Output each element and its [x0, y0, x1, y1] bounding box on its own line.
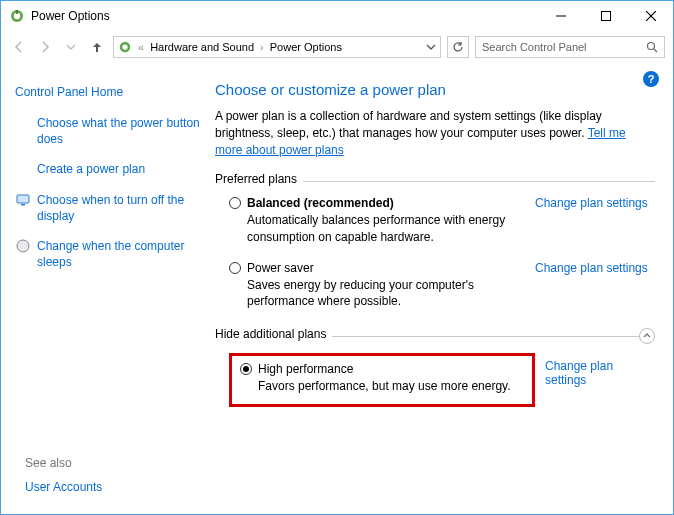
sidebar: Control Panel Home Choose what the power… — [15, 71, 215, 514]
breadcrumb-box[interactable]: « Hardware and Sound › Power Options — [113, 36, 441, 58]
change-settings-powersaver[interactable]: Change plan settings — [535, 261, 648, 275]
address-bar: « Hardware and Sound › Power Options Sea… — [1, 31, 673, 63]
svg-line-10 — [654, 49, 657, 52]
sidebar-item-turn-off-display[interactable]: Choose when to turn off the display — [37, 192, 207, 224]
chevron-right-icon: › — [260, 41, 264, 53]
plan-powersaver-name[interactable]: Power saver — [247, 261, 535, 275]
change-settings-balanced[interactable]: Change plan settings — [535, 196, 648, 210]
search-icon — [646, 41, 658, 53]
svg-point-8 — [122, 44, 127, 49]
plan-balanced: Balanced (recommended) Automatically bal… — [215, 192, 655, 256]
page-heading: Choose or customize a power plan — [215, 81, 655, 98]
breadcrumb-dropdown[interactable] — [426, 42, 436, 52]
plan-powersaver-desc: Saves energy by reducing your computer's… — [247, 277, 535, 309]
svg-rect-11 — [17, 195, 29, 203]
plan-balanced-desc: Automatically balances performance with … — [247, 212, 535, 244]
svg-rect-12 — [21, 204, 25, 206]
plan-highperf-desc: Favors performance, but may use more ene… — [258, 378, 524, 394]
help-button[interactable]: ? — [643, 71, 659, 87]
page-description: A power plan is a collection of hardware… — [215, 108, 655, 158]
maximize-button[interactable] — [583, 1, 628, 31]
change-settings-highperf[interactable]: Change plan settings — [545, 359, 613, 387]
see-also: See also User Accounts — [25, 456, 102, 494]
radio-highperf[interactable] — [240, 363, 252, 375]
close-button[interactable] — [628, 1, 673, 31]
minimize-button[interactable] — [538, 1, 583, 31]
blank-icon — [15, 115, 31, 131]
collapse-button[interactable] — [639, 328, 655, 344]
power-options-icon — [118, 40, 132, 54]
plan-highperf-row: High performance Favors performance, but… — [215, 347, 655, 419]
refresh-button[interactable] — [447, 36, 469, 58]
titlebar: Power Options — [1, 1, 673, 31]
breadcrumb-hardware[interactable]: Hardware and Sound — [150, 41, 254, 53]
search-placeholder: Search Control Panel — [482, 41, 646, 53]
svg-point-13 — [17, 240, 29, 252]
power-options-icon — [9, 8, 25, 24]
back-button[interactable] — [9, 37, 29, 57]
plan-balanced-name[interactable]: Balanced (recommended) — [247, 196, 535, 210]
plan-highperf-name[interactable]: High performance — [258, 362, 524, 376]
sidebar-item-create-plan[interactable]: Create a power plan — [37, 161, 145, 177]
plan-powersaver: Power saver Saves energy by reducing you… — [215, 257, 655, 321]
control-panel-home-link[interactable]: Control Panel Home — [15, 85, 207, 99]
moon-icon — [15, 238, 31, 254]
svg-point-9 — [648, 43, 655, 50]
see-also-label: See also — [25, 456, 102, 470]
breadcrumb-sep: « — [138, 41, 144, 53]
svg-rect-4 — [601, 12, 610, 21]
svg-rect-2 — [16, 10, 17, 14]
up-button[interactable] — [87, 37, 107, 57]
radio-balanced[interactable] — [229, 197, 241, 209]
forward-button[interactable] — [35, 37, 55, 57]
preferred-plans-label: Preferred plans — [215, 172, 303, 186]
blank-icon — [15, 161, 31, 177]
hide-additional-label[interactable]: Hide additional plans — [215, 327, 332, 341]
sidebar-item-sleep[interactable]: Change when the computer sleeps — [37, 238, 207, 270]
search-input[interactable]: Search Control Panel — [475, 36, 665, 58]
user-accounts-link[interactable]: User Accounts — [25, 480, 102, 494]
sidebar-item-power-button[interactable]: Choose what the power button does — [37, 115, 207, 147]
breadcrumb-power[interactable]: Power Options — [270, 41, 342, 53]
main-panel: Choose or customize a power plan A power… — [215, 71, 659, 514]
radio-powersaver[interactable] — [229, 262, 241, 274]
description-text: A power plan is a collection of hardware… — [215, 109, 602, 140]
recent-dropdown[interactable] — [61, 37, 81, 57]
window-title: Power Options — [31, 9, 538, 23]
monitor-icon — [15, 192, 31, 208]
